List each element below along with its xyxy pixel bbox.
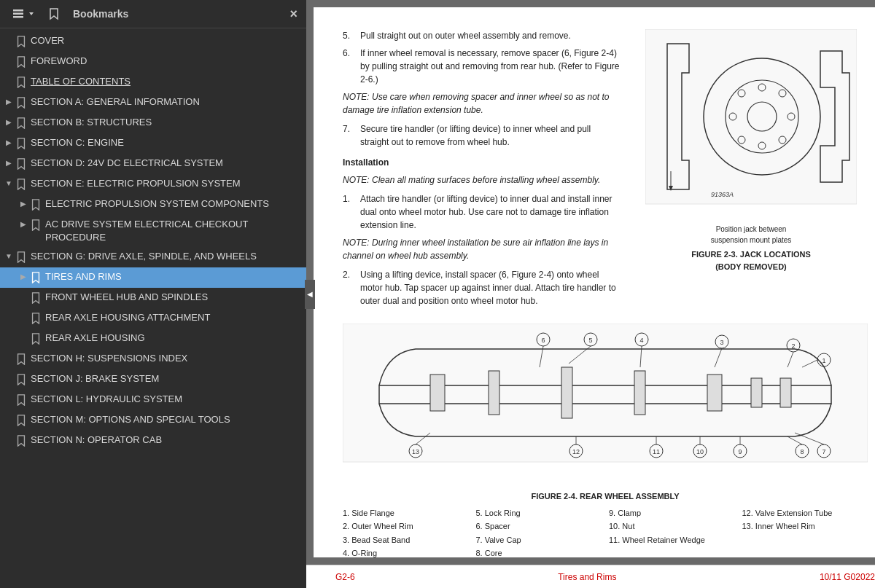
- bookmark-mark-section-h: [15, 353, 28, 365]
- step-7-num: 7.: [343, 122, 354, 149]
- note-3-text: NOTE: During inner wheel installation be…: [343, 238, 608, 261]
- bookmark-item-section-g[interactable]: ▼SECTION G: DRIVE AXLE, SPINDLE, AND WHE…: [0, 247, 306, 267]
- legend-9: 9. Clamp: [609, 507, 735, 520]
- legend-empty2: [609, 547, 735, 557]
- svg-rect-4: [645, 29, 857, 204]
- svg-rect-0: [13, 9, 23, 12]
- expand-arrow-electric-components[interactable]: ▶: [18, 199, 29, 209]
- legend-12: 12. Valve Extension Tube: [742, 507, 868, 520]
- bookmark-mark-section-g: [15, 251, 28, 263]
- legend-5: 5. Lock Ring: [476, 507, 602, 520]
- bookmark-item-section-h[interactable]: SECTION H: SUSPENSIONS INDEX: [0, 349, 306, 369]
- bookmarks-panel: Bookmarks × COVERFOREWORDTABLE OF CONTEN…: [0, 0, 306, 588]
- bookmark-item-section-n[interactable]: SECTION N: OPERATOR CAB: [0, 431, 306, 451]
- step-5-num: 5.: [343, 29, 354, 42]
- bookmark-item-toc[interactable]: TABLE OF CONTENTS: [0, 72, 306, 93]
- document-content: 5. Pull straight out on outer wheel asse…: [306, 0, 875, 565]
- install-step-1: 1. Attach tire handler (or lifting devic…: [343, 192, 620, 232]
- svg-text:10: 10: [696, 448, 704, 455]
- bookmark-item-cover[interactable]: COVER: [0, 31, 306, 52]
- close-bookmarks-button[interactable]: ×: [289, 7, 298, 22]
- bookmark-item-tires-rims[interactable]: ▶TIRES AND RIMS: [0, 267, 306, 288]
- page-two-column: 5. Pull straight out on outer wheel asse…: [343, 29, 868, 312]
- list-view-button[interactable]: [9, 6, 38, 22]
- bookmark-label-section-j: SECTION J: BRAKE SYSTEM: [31, 372, 300, 385]
- bookmark-item-section-c[interactable]: ▶SECTION C: ENGINE: [0, 133, 306, 154]
- figure-2-4-caption: FIGURE 2-4. REAR WHEEL ASSEMBLY: [343, 490, 868, 503]
- left-column: 5. Pull straight out on outer wheel asse…: [343, 29, 620, 312]
- bookmark-mark-section-a: [15, 97, 28, 109]
- expand-arrow-tires-rims[interactable]: ▶: [18, 272, 29, 282]
- step-5: 5. Pull straight out on outer wheel asse…: [343, 29, 620, 42]
- bookmark-item-section-d[interactable]: ▶SECTION D: 24V DC ELECTRICAL SYSTEM: [0, 154, 306, 174]
- bookmark-label-section-c: SECTION C: ENGINE: [31, 136, 300, 149]
- legend-empty3: [742, 547, 868, 557]
- bookmark-label-section-g: SECTION G: DRIVE AXLE, SPINDLE, AND WHEE…: [31, 250, 300, 263]
- footer-date: 10/11 G02022: [820, 572, 875, 582]
- svg-rect-1: [13, 13, 23, 15]
- legend-6: 6. Spacer: [476, 520, 602, 533]
- svg-rect-27: [780, 378, 791, 407]
- bookmark-item-section-l[interactable]: SECTION L: HYDRAULIC SYSTEM: [0, 390, 306, 410]
- note-1: NOTE: Use care when removing spacer and …: [343, 90, 620, 117]
- bookmark-mark-section-d: [15, 158, 28, 170]
- bookmark-mark-section-c: [15, 138, 28, 149]
- bookmark-label-section-h: SECTION H: SUSPENSIONS INDEX: [31, 352, 300, 365]
- bookmark-mark-tires-rims: [29, 272, 42, 283]
- bookmark-item-section-j[interactable]: SECTION J: BRAKE SYSTEM: [0, 369, 306, 390]
- svg-text:12: 12: [572, 448, 580, 455]
- bookmark-label-foreword: FOREWORD: [31, 55, 300, 68]
- right-column: 91363A Position jack betweensuspension m…: [634, 29, 868, 312]
- expand-arrow-ac-drive[interactable]: ▶: [18, 219, 29, 230]
- bookmark-item-section-m[interactable]: SECTION M: OPTIONS AND SPECIAL TOOLS: [0, 410, 306, 431]
- legend-8: 8. Core: [476, 547, 602, 557]
- bookmark-mark-section-m: [15, 415, 28, 426]
- bookmark-item-section-b[interactable]: ▶SECTION B: STRUCTURES: [0, 113, 306, 133]
- figure-2-3-caption: FIGURE 2-3. JACK LOCATIONS(BODY REMOVED): [645, 248, 857, 273]
- expand-arrow-section-a[interactable]: ▶: [3, 97, 15, 107]
- bookmark-label-section-l: SECTION L: HYDRAULIC SYSTEM: [31, 393, 300, 406]
- bookmark-add-button[interactable]: [45, 6, 63, 22]
- expand-arrow-section-b[interactable]: ▶: [3, 117, 15, 128]
- bookmark-item-foreword[interactable]: FOREWORD: [0, 52, 306, 72]
- install-step-2-text: Using a lifting device, install spacer (…: [360, 268, 620, 307]
- panel-collapse-button[interactable]: ◀: [305, 280, 315, 309]
- bookmark-item-section-a[interactable]: ▶SECTION A: GENERAL INFORMATION: [0, 93, 306, 113]
- note-1-text: NOTE: Use care when removing spacer and …: [343, 92, 610, 115]
- bookmark-item-rear-axle[interactable]: REAR AXLE HOUSING: [0, 329, 306, 349]
- bookmark-mark-ac-drive: [29, 219, 42, 231]
- step-7-text: Secure tire handler (or lifting device) …: [360, 122, 620, 149]
- bookmarks-list: COVERFOREWORDTABLE OF CONTENTS▶SECTION A…: [0, 28, 306, 588]
- bookmarks-title: Bookmarks: [73, 8, 128, 20]
- bookmark-label-section-m: SECTION M: OPTIONS AND SPECIAL TOOLS: [31, 413, 300, 426]
- expand-arrow-section-e[interactable]: ▼: [3, 179, 15, 189]
- note-3: NOTE: During inner wheel installation be…: [343, 236, 620, 262]
- bookmark-item-section-e[interactable]: ▼SECTION E: ELECTRIC PROPULSION SYSTEM: [0, 174, 306, 195]
- svg-marker-3: [29, 12, 34, 15]
- figure-2-3-diagram: 91363A: [645, 29, 857, 219]
- legend-13: 13. Inner Wheel Rim: [742, 520, 868, 533]
- document-footer: G2-6 Tires and Rims 10/11 G02022: [306, 565, 875, 588]
- legend-7: 7. Valve Cap: [476, 534, 602, 546]
- dropdown-icon: [28, 10, 35, 17]
- bookmark-mark-section-b: [15, 117, 28, 129]
- bookmark-item-front-wheel[interactable]: FRONT WHEEL HUB AND SPINDLES: [0, 288, 306, 308]
- bookmark-mark-rear-axle: [29, 333, 42, 345]
- note-2: NOTE: Clean all mating surfaces before i…: [343, 173, 620, 187]
- svg-text:2: 2: [791, 342, 795, 350]
- expand-arrow-section-d[interactable]: ▶: [3, 158, 15, 168]
- step-6-text: If inner wheel removal is necessary, rem…: [360, 47, 620, 86]
- bookmark-item-electric-components[interactable]: ▶ELECTRIC PROPULSION SYSTEM COMPONENTS: [0, 195, 306, 215]
- legend-3: 3. Bead Seat Band: [343, 534, 469, 546]
- step-6-num: 6.: [343, 47, 354, 86]
- bookmark-mark-section-l: [15, 394, 28, 406]
- expand-arrow-section-c[interactable]: ▶: [3, 138, 15, 148]
- bookmark-item-rear-axle-attach[interactable]: REAR AXLE HOUSING ATTACHMENT: [0, 308, 306, 329]
- figure-2-4-area: 1 2 3 4 5: [343, 324, 868, 557]
- bookmark-label-cover: COVER: [31, 34, 300, 47]
- install-step-1-num: 1.: [343, 192, 354, 232]
- expand-arrow-section-g[interactable]: ▼: [3, 251, 15, 262]
- note-2-text: NOTE: Clean all mating surfaces before i…: [343, 175, 600, 185]
- bookmark-item-ac-drive[interactable]: ▶AC DRIVE SYSTEM ELECTRICAL CHECKOUT PRO…: [0, 215, 306, 247]
- figure-2-3-sub: Position jack betweensuspension mount pl…: [645, 224, 857, 246]
